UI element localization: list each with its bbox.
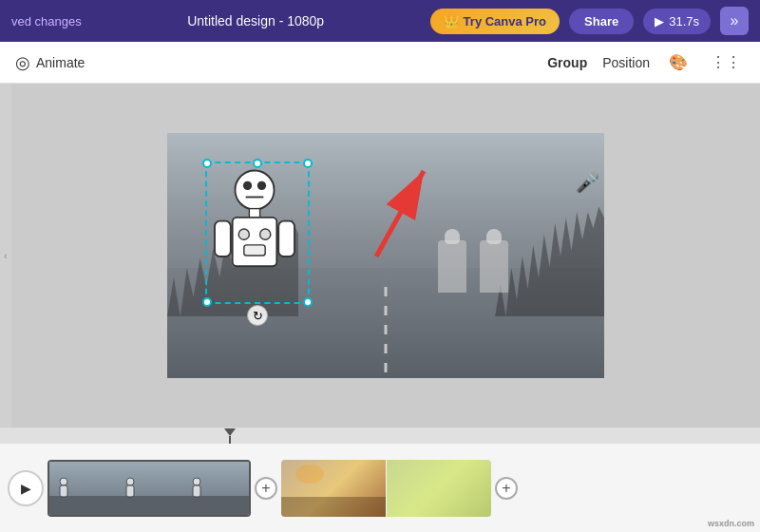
chevron-left-icon: ‹ <box>4 251 7 261</box>
position-button[interactable]: Position <box>602 55 650 70</box>
try-canva-label: Try Canva Pro <box>464 14 546 28</box>
grid-icon-button[interactable]: ⋮⋮ <box>707 49 745 75</box>
clip-robot-1a <box>54 476 73 504</box>
share-button[interactable]: Share <box>569 9 634 34</box>
clip-thumb-2a[interactable] <box>281 460 386 517</box>
canvas-area[interactable]: 🎤 ↻ <box>11 84 760 428</box>
scrubber-indicator[interactable] <box>225 428 235 444</box>
main-canvas-area: ‹ <box>0 84 760 428</box>
paint-icon: 🎨 <box>669 54 688 70</box>
duration-label: 31.7s <box>669 14 699 28</box>
arrow-svg <box>357 152 443 266</box>
svg-rect-18 <box>193 485 200 497</box>
red-arrow-annotation <box>357 152 443 270</box>
selection-handle-tr[interactable] <box>303 159 313 168</box>
play-icon: ▶ <box>21 481 31 496</box>
selection-handle-tl[interactable] <box>202 159 212 168</box>
animate-icon: ◎ <box>15 52 30 73</box>
stormtrooper-2 <box>480 240 508 293</box>
paint-icon-button[interactable]: 🎨 <box>665 49 692 75</box>
clip-thumb-2b[interactable] <box>387 460 491 517</box>
stormtroopers-area <box>438 240 508 293</box>
svg-point-17 <box>193 478 200 485</box>
svg-point-13 <box>60 478 67 485</box>
clip-thumb-1a[interactable] <box>49 462 116 517</box>
selection-box[interactable]: ↻ <box>205 162 310 304</box>
rotate-handle[interactable]: ↻ <box>247 305 268 326</box>
animate-label: Animate <box>36 55 85 70</box>
scrubber-bar[interactable] <box>0 428 760 444</box>
svg-rect-16 <box>126 485 134 497</box>
selection-handle-bl[interactable] <box>202 297 212 307</box>
clip-scene-2a <box>291 465 329 484</box>
play-button[interactable]: ▶ <box>8 470 44 506</box>
scrubber-triangle <box>224 428 236 436</box>
clip-robot-1b <box>121 476 140 504</box>
animate-button[interactable]: ◎ Animate <box>15 52 538 73</box>
clip-thumb-1b[interactable] <box>116 462 182 517</box>
toolbar: ◎ Animate Group Position 🎨 ⋮⋮ <box>0 42 760 84</box>
timeline: ▶ <box>0 428 760 532</box>
clip-robot-1c <box>187 476 206 504</box>
clip-thumb-1c[interactable] <box>182 462 249 517</box>
header: ved changes Untitled design - 1080p 👑 Tr… <box>0 0 760 42</box>
grid-icon: ⋮⋮ <box>711 54 741 70</box>
document-title[interactable]: Untitled design - 1080p <box>91 13 421 28</box>
play-icon: ▶ <box>655 14 664 28</box>
add-icon-1: + <box>261 480 270 497</box>
selection-handle-br[interactable] <box>303 297 313 307</box>
saved-status: ved changes <box>11 14 82 28</box>
expand-button[interactable]: » <box>720 7 749 35</box>
toolbar-right: Group Position 🎨 ⋮⋮ <box>547 49 745 75</box>
group-button[interactable]: Group <box>547 55 587 70</box>
selection-handle-tc[interactable] <box>253 159 262 168</box>
try-canva-button[interactable]: 👑 Try Canva Pro <box>430 9 560 34</box>
clip-group-1[interactable] <box>48 460 251 517</box>
microphone-icon: 🎤 <box>576 171 599 194</box>
svg-point-19 <box>295 465 324 484</box>
svg-point-15 <box>126 478 134 485</box>
add-clip-button-2[interactable]: + <box>495 477 518 500</box>
watermark: wsxdn.com <box>708 519 754 528</box>
add-icon-2: + <box>502 480 510 497</box>
clip-group-2[interactable] <box>281 460 491 517</box>
add-clip-button-1[interactable]: + <box>255 477 277 500</box>
scrubber-line <box>229 436 231 444</box>
crown-icon: 👑 <box>444 14 459 28</box>
duration-button[interactable]: ▶ 31.7s <box>643 9 711 34</box>
svg-line-12 <box>376 171 424 256</box>
thumbnails-row: ▶ <box>0 444 760 532</box>
svg-rect-14 <box>60 485 67 497</box>
left-panel-handle[interactable]: ‹ <box>0 84 11 428</box>
canvas-frame[interactable]: 🎤 ↻ <box>167 133 604 378</box>
